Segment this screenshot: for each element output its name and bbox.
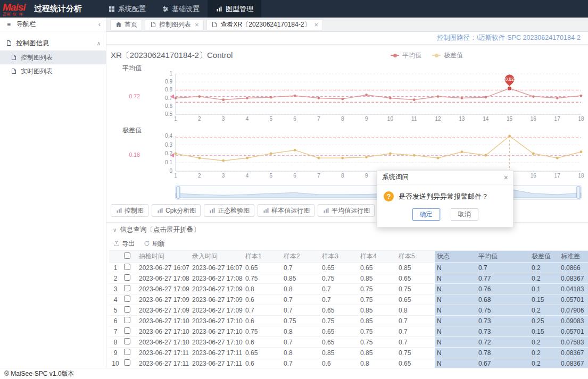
cell-entry-time: 2023-06-27 17:10 [190, 326, 243, 337]
svg-text:8: 8 [341, 116, 344, 122]
svg-text:0.72: 0.72 [129, 93, 140, 99]
button-label: 控制图 [125, 206, 144, 215]
button-control-chart[interactable]: 控制图 [111, 204, 148, 217]
button-sample-run[interactable]: 样本值运行图 [258, 204, 314, 217]
cancel-button[interactable]: 取消 [451, 208, 478, 221]
cell-sample: 0.75 [281, 316, 320, 326]
status-bar: ® MaiSee-SPC v1.0版本 [0, 368, 588, 379]
menu-item-chart-management[interactable]: 图型管理 [208, 0, 261, 18]
export-button[interactable]: 导出 [113, 239, 135, 248]
table-row: 22023-06-27 17:082023-06-27 17:080.750.8… [109, 273, 588, 284]
breadcrumb[interactable]: 控制图路径：\迈斯软件-SPC 20230624170184-2 [437, 33, 581, 43]
cell-sample-time: 2023-06-27 17:11 [137, 348, 190, 358]
tab-view-xr[interactable]: 查看XR〔20230624170184-2〕× [206, 19, 323, 30]
svg-text:2: 2 [198, 173, 201, 179]
table-header-row: 抽检时间录入时间样本1样本2样本3样本4样本5状态平均值极差值标准差 [109, 251, 588, 263]
cell-status: N [435, 294, 476, 305]
row-checkbox[interactable] [124, 285, 130, 291]
cell-status: N [435, 348, 476, 358]
row-checkbox[interactable] [124, 327, 130, 334]
svg-text:12: 12 [435, 116, 441, 122]
cell-status: N [435, 337, 476, 348]
info-query-label: 信息查询〔点击展开折叠〕 [120, 225, 200, 234]
button-cpk-analysis[interactable]: Cpk分析图 [152, 204, 201, 217]
chart-icon [115, 207, 122, 214]
close-tab-icon[interactable]: × [195, 21, 199, 29]
svg-text:5: 5 [270, 116, 273, 122]
cell-sample: 0.7 [281, 337, 320, 348]
cell-std: 0.04183 [559, 284, 588, 294]
close-icon[interactable]: × [504, 173, 508, 182]
row-index: 3 [109, 284, 122, 294]
cell-sample-time: 2023-06-27 17:09 [137, 294, 190, 305]
button-normality-test[interactable]: 正态检验图 [204, 204, 254, 217]
cell-sample: 0.65 [243, 263, 281, 273]
cell-sample-time: 2023-06-27 17:08 [137, 273, 190, 284]
svg-text:6: 6 [293, 173, 296, 179]
svg-text:1: 1 [174, 116, 177, 122]
confirm-button[interactable]: 确定 [412, 208, 440, 221]
cell-range: 0.15 [529, 294, 559, 305]
svg-text:6: 6 [293, 116, 296, 122]
tab-control-chart-list[interactable]: 控制图列表× [145, 19, 204, 30]
svg-text:4: 4 [246, 173, 249, 179]
row-index: 9 [109, 348, 122, 358]
row-checkbox[interactable] [124, 296, 130, 302]
svg-text:16: 16 [531, 116, 537, 122]
legend-item[interactable]: 平均值 [391, 51, 421, 60]
cell-sample: 0.85 [320, 348, 358, 358]
breadcrumb-row: 控制图路径：\迈斯软件-SPC 20230624170184-2 [106, 32, 588, 45]
cell-std: 0.05701 [559, 326, 588, 337]
zoom-slider-track[interactable] [109, 185, 585, 200]
svg-text:0.1: 0.1 [165, 159, 172, 165]
row-checkbox[interactable] [124, 306, 130, 313]
data-table: 抽检时间录入时间样本1样本2样本3样本4样本5状态平均值极差值标准差12023-… [109, 250, 588, 368]
cell-status: N [435, 273, 476, 284]
cell-sample: 0.75 [243, 326, 281, 337]
info-query-toggle[interactable]: ∨ 信息查询〔点击展开折叠〕 [106, 222, 588, 237]
cell-sample: 0.7 [281, 294, 320, 305]
hamburger-icon[interactable]: ≡ [5, 21, 12, 28]
row-select-cell [122, 326, 137, 337]
row-checkbox[interactable] [124, 349, 130, 355]
svg-text:2: 2 [198, 116, 201, 122]
chart-icon [209, 207, 216, 214]
sidebar-group-control-chart-info[interactable]: 控制图信息∧ [0, 36, 106, 50]
cell-sample: 0.7 [320, 284, 358, 294]
cell-sample-time: 2023-06-27 17:10 [137, 316, 190, 326]
row-checkbox[interactable] [124, 359, 130, 366]
cell-mean: 0.78 [476, 348, 529, 358]
cell-sample: 0.75 [358, 326, 396, 337]
chart-zoom-slider[interactable] [109, 185, 588, 200]
svg-text:1: 1 [174, 173, 177, 179]
cell-sample: 0.7 [281, 263, 320, 273]
tab-home[interactable]: 首页 [110, 19, 142, 30]
button-label: Cpk分析图 [165, 206, 196, 215]
refresh-button[interactable]: 刷新 [143, 239, 165, 248]
row-checkbox[interactable] [124, 264, 130, 270]
top-bar: Maisi 迈斯·软·件 过程统计分析 系统配置基础设置图型管理 [0, 0, 588, 18]
row-checkbox[interactable] [124, 317, 130, 323]
cell-sample: 0.6 [320, 358, 358, 368]
chart-icon [216, 5, 222, 12]
select-all-checkbox[interactable] [124, 252, 130, 259]
cell-range: 0.2 [529, 263, 559, 273]
logo-subtext: 迈斯·软·件 [3, 12, 31, 16]
chevron-down-icon: ∨ [113, 227, 117, 233]
collapse-sidebar-icon[interactable]: ‹ [98, 20, 101, 28]
cell-mean: 0.77 [476, 273, 529, 284]
column-header: 样本4 [358, 251, 396, 263]
row-checkbox[interactable] [124, 274, 130, 281]
row-select-cell [122, 348, 137, 358]
close-tab-icon[interactable]: × [314, 21, 318, 29]
sidebar-item-realtime-chart-list[interactable]: 实时图列表 [0, 64, 106, 78]
row-checkbox[interactable] [124, 338, 130, 344]
sidebar-item-control-chart-list[interactable]: 控制图列表 [0, 50, 106, 64]
cell-sample: 0.85 [358, 316, 396, 326]
menu-item-basic-settings[interactable]: 基础设置 [154, 0, 208, 18]
button-mean-run[interactable]: 平均值运行图 [318, 204, 375, 217]
column-header: 样本5 [396, 251, 435, 263]
menu-item-system-config[interactable]: 系统配置 [100, 0, 154, 18]
legend-item[interactable]: 极差值 [432, 51, 463, 60]
cell-entry-time: 2023-06-27 17:10 [190, 316, 243, 326]
